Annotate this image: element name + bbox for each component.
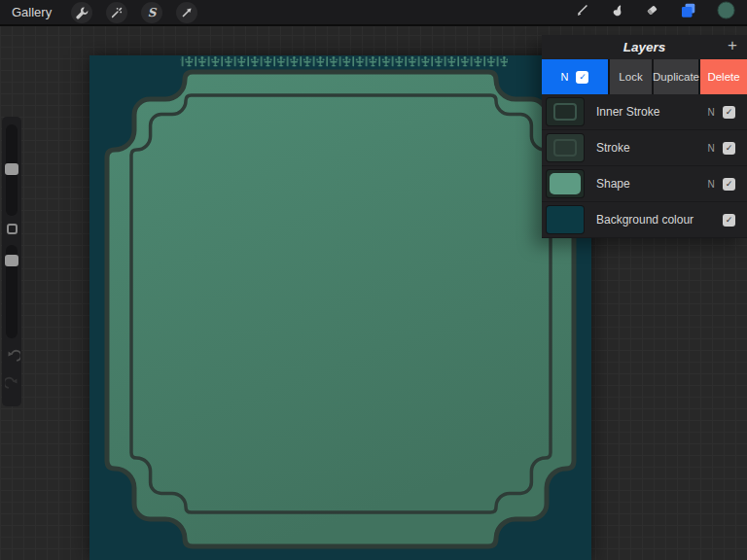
layer-name: Background colour [596, 213, 699, 227]
layers-panel-button[interactable] [680, 2, 696, 22]
modify-button[interactable] [7, 224, 18, 234]
thumbnail-stroke-preview [553, 139, 577, 157]
eraser-icon [645, 3, 659, 18]
layer-thumbnail[interactable] [547, 98, 584, 125]
layers-icon [680, 2, 696, 18]
selection-button[interactable]: S [141, 2, 162, 23]
blend-mode-button[interactable]: N ✓ [542, 59, 608, 94]
blend-mode-badge[interactable]: N [699, 179, 723, 190]
smudge-tool-button[interactable] [610, 3, 624, 21]
app-window: Layers + N ✓ Lock Duplicate Delete Inner… [0, 0, 747, 560]
brush-size-slider-handle[interactable] [5, 163, 18, 175]
active-color-circle [717, 1, 735, 19]
layer-list: Inner StrokeN✓StrokeN✓ShapeN✓Background … [542, 94, 747, 238]
layer-row[interactable]: Background colour✓ [542, 202, 747, 238]
canvas-artwork [89, 55, 591, 560]
transform-arrow-icon [180, 6, 194, 19]
magic-wand-icon [110, 6, 124, 19]
visibility-checkbox[interactable]: ✓ [723, 178, 735, 191]
redo-icon[interactable] [5, 375, 20, 391]
blend-mode-label: N [561, 71, 569, 83]
layer-swipe-actions: N ✓ Lock Duplicate Delete [542, 59, 747, 94]
layer-name: Stroke [596, 141, 699, 155]
lock-layer-button[interactable]: Lock [610, 59, 652, 94]
brush-icon [575, 3, 589, 18]
layer-row[interactable]: ShapeN✓ [542, 166, 747, 202]
toolbar-left-group: Gallery S [0, 2, 197, 23]
layers-panel-title: Layers [623, 40, 666, 54]
layer-name: Shape [596, 177, 699, 191]
layer-thumbnail[interactable] [547, 206, 584, 233]
visibility-checkbox[interactable]: ✓ [723, 142, 735, 155]
thumbnail-stroke-preview [553, 103, 577, 121]
top-toolbar: Gallery S [0, 0, 747, 26]
layer-name: Inner Stroke [596, 105, 699, 119]
add-layer-button[interactable]: + [728, 36, 737, 55]
visibility-checkbox[interactable]: ✓ [723, 214, 735, 227]
eraser-tool-button[interactable] [645, 3, 659, 21]
wrench-icon [75, 6, 89, 19]
transform-button[interactable] [176, 2, 197, 23]
layers-panel: Layers + N ✓ Lock Duplicate Delete Inner… [542, 35, 747, 238]
duplicate-layer-button[interactable]: Duplicate [654, 59, 698, 94]
smudge-finger-icon [610, 3, 624, 18]
color-swatch-button[interactable] [717, 1, 735, 23]
blend-mode-badge[interactable]: N [699, 143, 723, 154]
toolbar-right-group [575, 1, 747, 23]
blend-mode-badge[interactable]: N [699, 107, 723, 118]
layer-thumbnail[interactable] [547, 170, 584, 197]
brush-tool-button[interactable] [575, 3, 589, 21]
layers-panel-header: Layers + [542, 35, 747, 59]
adjustments-button[interactable] [106, 2, 127, 23]
layer-thumbnail[interactable] [547, 134, 584, 161]
visibility-checkbox[interactable]: ✓ [576, 71, 588, 84]
gallery-button[interactable]: Gallery [12, 5, 52, 19]
undo-icon[interactable] [5, 348, 20, 364]
opacity-slider-handle[interactable] [5, 255, 18, 266]
visibility-checkbox[interactable]: ✓ [723, 106, 735, 119]
sidebar [2, 117, 21, 406]
delete-layer-button[interactable]: Delete [700, 59, 747, 94]
thumbnail-shape-preview [550, 173, 581, 194]
drawing-canvas[interactable] [89, 55, 591, 560]
layer-row[interactable]: Inner StrokeN✓ [542, 94, 747, 130]
selection-s-icon: S [148, 7, 157, 18]
layer-row[interactable]: StrokeN✓ [542, 130, 747, 166]
actions-button[interactable] [71, 2, 92, 23]
